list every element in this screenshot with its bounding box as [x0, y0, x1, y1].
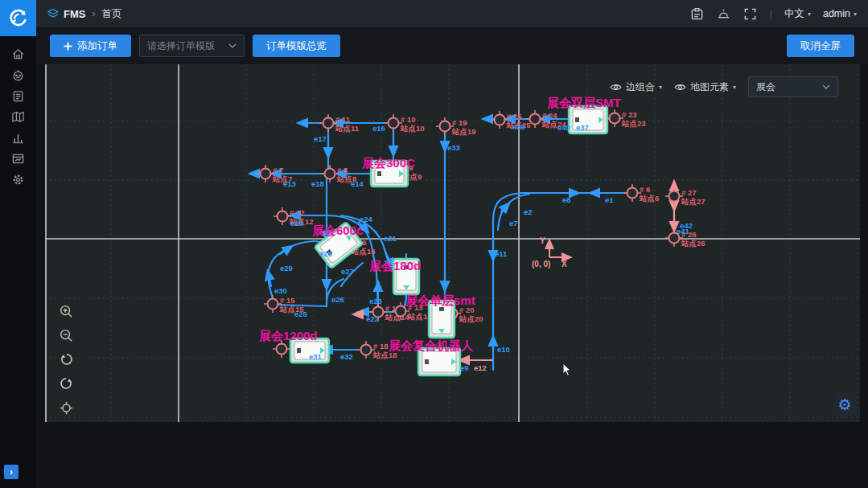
breadcrumb-app[interactable]: FMS	[64, 8, 85, 20]
home-icon	[11, 47, 25, 61]
rotate-ccw-button[interactable]	[58, 351, 74, 367]
edge-label: e11	[495, 249, 508, 258]
sidebar-item-stats[interactable]	[6, 130, 31, 146]
app-root: › FMS › 首页	[0, 0, 868, 488]
sidebar-item-orders[interactable]	[6, 88, 31, 104]
sidebar-item-settings[interactable]	[6, 172, 31, 187]
station-marker[interactable]: # 10站点10	[385, 114, 425, 133]
locate-button[interactable]	[58, 400, 74, 416]
breadcrumb-page-home[interactable]: 首页	[101, 7, 121, 21]
robot-marker[interactable]	[418, 348, 460, 375]
edge-label: e14	[351, 179, 364, 188]
station-marker[interactable]: # 19站点19	[436, 117, 476, 136]
breadcrumb: FMS › 首页	[47, 7, 121, 21]
sidebar-expand-button[interactable]: ›	[4, 465, 19, 479]
station-id: # 6	[640, 185, 650, 194]
station-marker[interactable]: # 23站点23	[606, 109, 646, 128]
fullscreen-button[interactable]	[743, 6, 758, 21]
map-area-select[interactable]: 展会	[748, 76, 838, 97]
mouse-cursor	[563, 363, 570, 375]
robot-label: 展会300C	[361, 156, 415, 170]
add-order-button[interactable]: 添加订单	[50, 35, 131, 57]
edge-label: e18	[311, 179, 324, 188]
zoom-out-icon	[59, 328, 74, 343]
rotate-ccw-icon	[59, 352, 74, 367]
edge-label: e29	[280, 264, 293, 273]
edge-label: e41	[677, 227, 690, 236]
sidebar-item-schedule[interactable]	[6, 151, 31, 166]
edge-label: e1	[605, 195, 614, 204]
station-id: # 23	[622, 110, 637, 119]
eye-icon	[674, 83, 686, 92]
station-marker[interactable]	[273, 340, 290, 358]
edge-label: e33	[447, 143, 460, 152]
app-logo[interactable]	[0, 0, 36, 36]
edge-label: e26	[331, 295, 344, 304]
edge-group-toggle[interactable]: 边组合 ▾	[610, 80, 662, 94]
map-elements-toggle[interactable]: 地图元素 ▾	[674, 80, 736, 94]
chevron-down-icon: ▾	[854, 10, 857, 18]
edge-label: e8	[562, 195, 571, 204]
chevron-down-icon	[822, 84, 830, 89]
edge-label: e12	[474, 363, 487, 372]
zoom-out-button[interactable]	[58, 327, 74, 343]
edge-label: e28	[319, 249, 332, 258]
fms-logo-icon	[7, 7, 29, 29]
origin-y-label: Y	[540, 236, 545, 245]
edge-label: e16	[372, 124, 385, 133]
sidebar-item-robot[interactable]	[6, 68, 31, 83]
map-overlay-controls: 边组合 ▾ 地图元素 ▾ 展会	[610, 76, 838, 97]
cancel-fullscreen-button[interactable]: 取消全屏	[787, 35, 854, 57]
map-canvas[interactable]: # 11站点11# 10站点10# 19站点19# 25站点25# 24站点24…	[45, 64, 860, 422]
robot-label: 展会双层SMT	[546, 96, 621, 109]
layers-icon	[47, 8, 59, 19]
rotate-cw-button[interactable]	[58, 375, 74, 392]
station-marker[interactable]: # 27站点27	[665, 187, 706, 206]
chevron-down-icon	[228, 43, 237, 48]
edge-label: e32	[340, 352, 353, 361]
edge-label: e22	[366, 314, 379, 323]
station-id: # 15	[280, 296, 295, 305]
locate-icon	[59, 400, 74, 416]
map-settings-button[interactable]: ⚙	[833, 392, 857, 416]
bar-chart-icon	[11, 131, 25, 145]
header-actions: | 中文 ▾ admin ▾	[690, 6, 857, 21]
order-template-select[interactable]: 请选择订单模版	[139, 35, 245, 57]
left-rail: ›	[0, 0, 36, 488]
language-menu[interactable]: 中文 ▾	[784, 7, 811, 21]
chevron-right-icon: ›	[10, 466, 13, 478]
gear-icon	[11, 173, 25, 187]
chevron-down-icon: ▾	[808, 10, 811, 18]
order-board-button[interactable]	[690, 6, 705, 21]
alarm-button[interactable]	[717, 6, 731, 21]
station-marker[interactable]: # 11站点11	[319, 114, 360, 133]
map-area-select-value: 展会	[756, 80, 775, 94]
station-id: # 24	[542, 111, 557, 120]
edge-label: e24	[360, 215, 373, 223]
zoom-in-button[interactable]	[58, 303, 74, 319]
origin-label: (0, 0)	[532, 260, 550, 269]
origin-x-label: X	[562, 260, 567, 269]
station-id: # 25	[507, 112, 522, 121]
sidebar-item-home[interactable]	[6, 47, 31, 62]
robot-icon	[11, 68, 25, 82]
eye-icon	[610, 83, 622, 92]
template-overview-button[interactable]: 订单模版总览	[253, 35, 340, 57]
order-board-icon	[690, 7, 704, 21]
station-marker[interactable]: # 6站点6	[623, 184, 659, 203]
sidebar-item-map[interactable]	[6, 109, 31, 125]
chevron-down-icon: ▾	[733, 84, 736, 91]
station-id: # 7	[273, 166, 283, 174]
order-template-select-placeholder: 请选择订单模版	[147, 39, 215, 53]
breadcrumb-separator: ›	[92, 8, 95, 19]
plus-icon	[64, 42, 72, 51]
zoom-in-icon	[59, 304, 74, 319]
edge-label: e2	[524, 207, 533, 216]
edge-label: e30	[274, 286, 287, 295]
edge-label: e25	[294, 310, 308, 318]
fullscreen-icon	[743, 7, 757, 21]
station-id: # 10	[401, 115, 416, 124]
user-menu[interactable]: admin ▾	[823, 8, 857, 19]
gear-icon: ⚙	[837, 396, 851, 414]
edge-label: e9	[460, 363, 469, 372]
